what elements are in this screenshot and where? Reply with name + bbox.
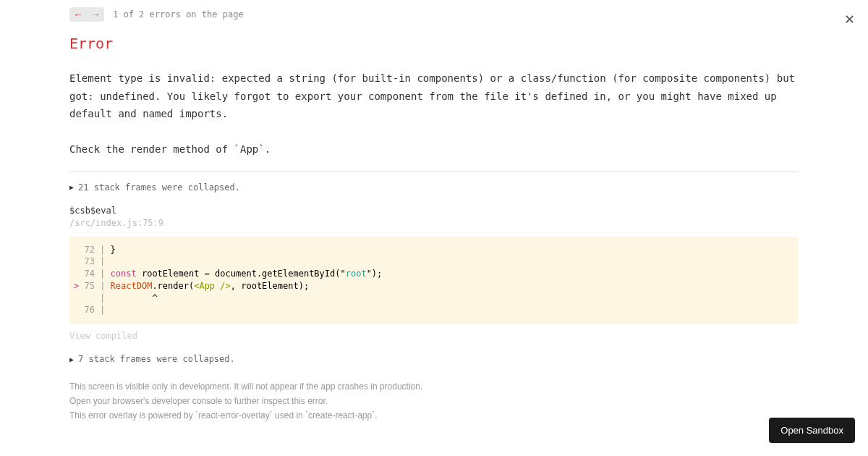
close-icon: ✕ [844,12,855,27]
expand-icon: ▶ [69,183,74,191]
error-nav-bar: ← → 1 of 2 errors on the page [69,7,799,22]
footer-info: This screen is visible only in developme… [69,380,799,422]
stack-frame-location: /src/index.js:75:9 [69,218,799,228]
footer-line-1: This screen is visible only in developme… [69,380,799,393]
stack-frame-name: $csb$eval [69,206,799,216]
view-compiled-link[interactable]: View compiled [69,331,799,341]
code-snippet: 72 | } 73 | 74 | const rootElement = doc… [69,237,799,324]
footer-line-3: This error overlay is powered by `react-… [69,409,799,422]
error-title: Error [69,35,799,52]
collapsed-frames-top[interactable]: ▶ 21 stack frames were collapsed. [69,182,799,193]
error-message: Element type is invalid: expected a stri… [69,69,799,159]
collapsed-frames-bottom-label: 7 stack frames were collapsed. [78,354,235,364]
divider [69,172,799,172]
error-nav-buttons: ← → [69,7,104,22]
error-count-label: 1 of 2 errors on the page [113,9,244,20]
prev-error-button[interactable]: ← [69,7,87,22]
collapsed-frames-top-label: 21 stack frames were collapsed. [78,182,240,193]
next-error-button[interactable]: → [87,7,104,22]
collapsed-frames-bottom[interactable]: ▶ 7 stack frames were collapsed. [69,354,799,364]
expand-icon: ▶ [69,355,74,363]
open-sandbox-button[interactable]: Open Sandbox [769,418,855,443]
footer-line-2: Open your browser's developer console to… [69,394,799,408]
close-button[interactable]: ✕ [844,13,855,26]
